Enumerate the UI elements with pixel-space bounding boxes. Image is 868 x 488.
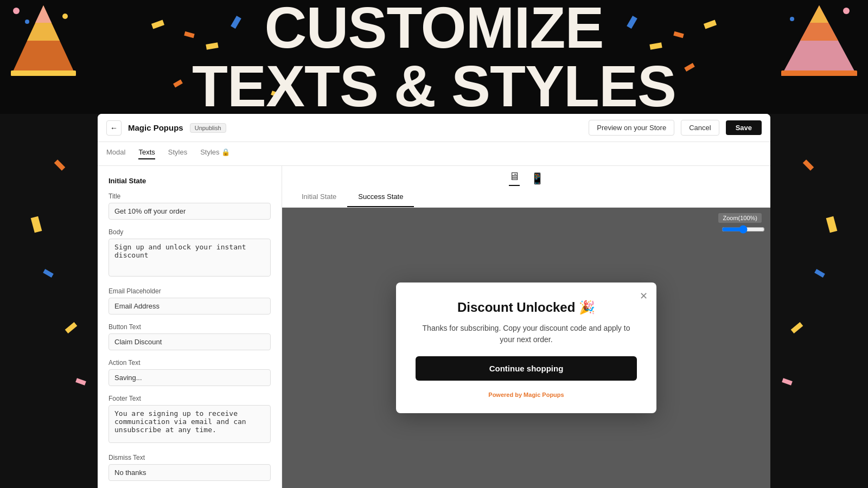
field-label-dismiss: Dismiss Text xyxy=(108,454,271,461)
desktop-icon[interactable]: 🖥 xyxy=(509,170,520,186)
svg-point-4 xyxy=(13,8,20,14)
modal-body: Thanks for subscribing. Copy your discou… xyxy=(416,323,637,345)
tab-styles-locked[interactable]: Styles 🔒 xyxy=(200,148,230,159)
confetti-11 xyxy=(684,63,695,72)
tab-styles[interactable]: Styles xyxy=(168,148,187,159)
tab-texts[interactable]: Texts xyxy=(138,148,155,159)
svg-rect-3 xyxy=(11,70,76,76)
side-confetti-15 xyxy=(65,322,78,333)
section-title: Initial State xyxy=(108,177,271,185)
party-hat-left xyxy=(11,5,76,76)
preview-canvas: Zoom(100%) ✕ Discount Unlocked 🎉 Thanks … xyxy=(282,208,770,488)
zoom-indicator: Zoom(100%) xyxy=(718,213,762,223)
field-label-action: Action Text xyxy=(108,359,271,367)
app-name: Magic Popups xyxy=(128,123,183,132)
side-confetti-12 xyxy=(54,159,66,171)
svg-point-11 xyxy=(843,8,850,14)
field-group-body: Body Sign up and unlock your instant dis… xyxy=(108,228,271,279)
confetti-1 xyxy=(151,20,164,29)
body-layout: Initial State Title Body Sign up and unl… xyxy=(98,166,770,488)
svg-point-5 xyxy=(25,20,29,24)
zoom-slider[interactable] xyxy=(722,225,765,234)
field-group-dismiss: Dismiss Text xyxy=(108,454,271,481)
side-confetti-13 xyxy=(31,216,42,233)
back-button[interactable]: ← xyxy=(106,120,122,136)
side-confetti-18 xyxy=(814,269,825,278)
right-panel: 🖥 📱 Initial State Success State Zoom(100… xyxy=(282,166,770,488)
field-textarea-footer[interactable]: You are signing up to receive communicat… xyxy=(108,405,271,443)
party-hat-right xyxy=(781,5,857,76)
status-badge[interactable]: Unpublish xyxy=(190,123,226,133)
svg-marker-9 xyxy=(810,5,828,23)
preview-button[interactable]: Preview on your Store xyxy=(589,120,674,136)
field-group-footer: Footer Text You are signing up to receiv… xyxy=(108,395,271,445)
field-label-email: Email Placeholder xyxy=(108,287,271,295)
side-confetti-19 xyxy=(791,322,803,333)
field-label-button: Button Text xyxy=(108,323,271,331)
side-confetti-21 xyxy=(75,378,86,386)
state-tabs-container: Initial State Success State xyxy=(282,187,770,207)
mobile-icon[interactable]: 📱 xyxy=(531,172,544,185)
hero-title: CUSTOMIZE TEXTS & STYLES xyxy=(192,0,676,114)
cancel-button[interactable]: Cancel xyxy=(681,120,719,136)
field-group-action: Action Text xyxy=(108,359,271,386)
side-confetti-17 xyxy=(826,216,838,233)
svg-point-12 xyxy=(790,17,794,21)
field-input-action[interactable] xyxy=(108,369,271,386)
field-group-button: Button Text xyxy=(108,323,271,350)
side-confetti-20 xyxy=(782,378,793,386)
field-input-dismiss[interactable] xyxy=(108,464,271,481)
modal-close-button[interactable]: ✕ xyxy=(640,290,648,302)
field-input-email[interactable] xyxy=(108,298,271,314)
tab-modal[interactable]: Modal xyxy=(106,148,125,159)
state-tab-initial[interactable]: Initial State xyxy=(291,187,347,207)
left-panel: Initial State Title Body Sign up and unl… xyxy=(98,166,282,488)
field-textarea-body[interactable]: Sign up and unlock your instant discount xyxy=(108,239,271,277)
save-button[interactable]: Save xyxy=(726,120,762,135)
field-label-title: Title xyxy=(108,192,271,200)
modal-cta-button[interactable]: Continue shopping xyxy=(416,356,637,381)
nav-tabs: Modal Texts Styles Styles 🔒 xyxy=(98,142,770,166)
field-label-footer: Footer Text xyxy=(108,395,271,402)
field-input-button[interactable] xyxy=(108,333,271,350)
side-confetti-14 xyxy=(43,269,54,278)
svg-point-6 xyxy=(62,14,68,19)
modal-title: Discount Unlocked 🎉 xyxy=(416,300,637,315)
hero-section: CUSTOMIZE TEXTS & STYLES xyxy=(0,0,868,114)
field-group-email: Email Placeholder xyxy=(108,287,271,314)
side-confetti-16 xyxy=(803,159,814,171)
confetti-7 xyxy=(704,20,717,29)
field-input-title[interactable] xyxy=(108,203,271,220)
confetti-5 xyxy=(173,80,183,88)
modal-popup: ✕ Discount Unlocked 🎉 Thanks for subscri… xyxy=(396,282,656,413)
field-group-title: Title xyxy=(108,192,271,220)
modal-powered-by: Powered by Magic Popups xyxy=(416,391,637,398)
top-nav: ← Magic Popups Unpublish Preview on your… xyxy=(98,114,770,142)
field-label-body: Body xyxy=(108,228,271,236)
svg-rect-10 xyxy=(781,70,857,76)
state-tab-success[interactable]: Success State xyxy=(347,187,414,207)
preview-controls: 🖥 📱 Initial State Success State xyxy=(282,166,770,208)
svg-marker-2 xyxy=(35,5,52,23)
app-frame: ← Magic Popups Unpublish Preview on your… xyxy=(98,114,770,488)
